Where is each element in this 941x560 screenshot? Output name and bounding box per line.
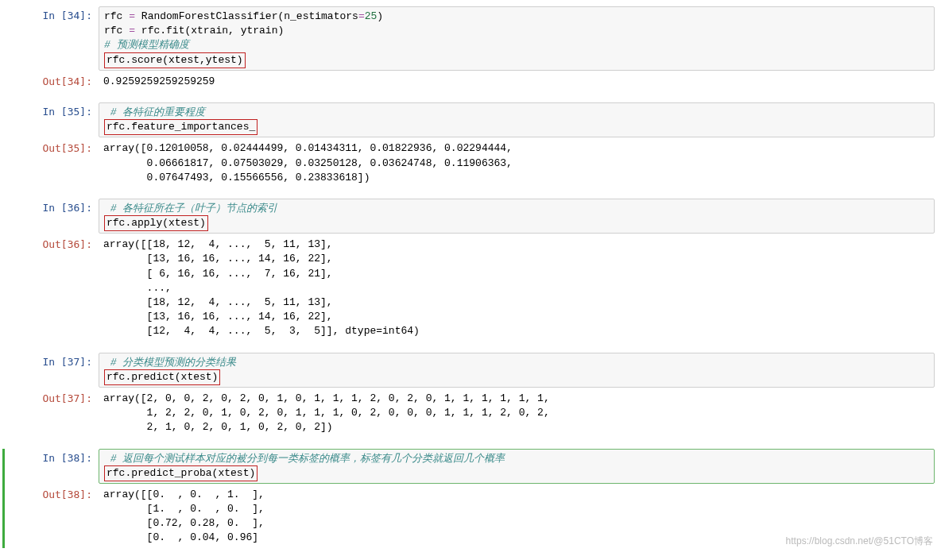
output-cell-38: Out[38]: array([[0. , 0. , 1. ], [1. , 0… <box>6 485 935 548</box>
code-text: rfc.score(xtest,ytest) <box>106 54 243 66</box>
input-cell-34[interactable]: In [34]: rfc = RandomForestClassifier(n_… <box>6 6 935 71</box>
code-text: rfc.feature_importances_ <box>106 121 255 133</box>
code-text: rfc <box>104 25 129 37</box>
highlight-box: rfc.apply(xtest) <box>104 215 208 231</box>
code-text: rfc.apply(xtest) <box>106 217 206 229</box>
code-text: ) <box>377 10 383 22</box>
in-prompt-36: In [36]: <box>6 199 99 215</box>
code-input-34[interactable]: rfc = RandomForestClassifier(n_estimator… <box>99 6 935 71</box>
output-text-36: array([[18, 12, 4, ..., 5, 11, 13], [13,… <box>99 235 935 341</box>
output-cell-36: Out[36]: array([[18, 12, 4, ..., 5, 11, … <box>6 235 935 341</box>
highlight-box: rfc.score(xtest,ytest) <box>104 52 246 68</box>
code-text: rfc <box>104 10 129 22</box>
in-prompt-35: In [35]: <box>6 102 99 119</box>
code-input-37[interactable]: # 分类模型预测的分类结果 rfc.predict(xtest) <box>99 353 935 388</box>
out-prompt-37: Out[37]: <box>6 389 99 406</box>
code-input-36[interactable]: # 各特征所在子（叶子）节点的索引 rfc.apply(xtest) <box>99 199 935 234</box>
number-literal: 25 <box>365 10 378 22</box>
code-comment: # 各特征的重要程度 <box>104 106 205 118</box>
code-text: rfc.fit(xtrain, ytrain) <box>135 25 284 37</box>
code-comment: # 分类模型预测的分类结果 <box>104 357 236 369</box>
operator: = <box>129 25 135 37</box>
output-text-37: array([2, 0, 0, 2, 0, 2, 0, 1, 0, 1, 1, … <box>99 389 935 438</box>
code-comment: # 预测模型精确度 <box>104 39 189 51</box>
code-text: rfc.predict_proba(xtest) <box>106 467 255 479</box>
output-cell-35: Out[35]: array([0.12010058, 0.02444499, … <box>6 139 935 187</box>
input-cell-35[interactable]: In [35]: # 各特征的重要程度 rfc.feature_importan… <box>6 102 935 137</box>
code-input-35[interactable]: # 各特征的重要程度 rfc.feature_importances_ <box>99 102 935 137</box>
in-prompt-34: In [34]: <box>6 6 99 23</box>
operator: = <box>129 10 135 22</box>
output-cell-34: Out[34]: 0.9259259259259259 <box>6 72 935 91</box>
input-cell-37[interactable]: In [37]: # 分类模型预测的分类结果 rfc.predict(xtest… <box>6 353 935 388</box>
code-comment: # 各特征所在子（叶子）节点的索引 <box>104 203 277 214</box>
in-prompt-37: In [37]: <box>6 353 99 369</box>
out-prompt-36: Out[36]: <box>6 235 99 252</box>
code-comment: # 返回每个测试样本对应的被分到每一类标签的概率，标签有几个分类就返回几个概率 <box>104 453 505 465</box>
code-input-38[interactable]: # 返回每个测试样本对应的被分到每一类标签的概率，标签有几个分类就返回几个概率 … <box>99 449 935 484</box>
code-text: RandomForestClassifier(n_estimators <box>135 10 358 22</box>
out-prompt-38: Out[38]: <box>6 485 99 502</box>
highlight-box: rfc.predict(xtest) <box>104 369 220 385</box>
operator: = <box>358 10 365 22</box>
highlight-box: rfc.feature_importances_ <box>104 119 258 135</box>
out-prompt-35: Out[35]: <box>6 139 99 156</box>
code-text: rfc.predict(xtest) <box>106 371 218 383</box>
input-cell-38[interactable]: In [38]: # 返回每个测试样本对应的被分到每一类标签的概率，标签有几个分… <box>6 449 935 484</box>
highlight-box: rfc.predict_proba(xtest) <box>104 465 258 481</box>
selected-cell-wrap: In [38]: # 返回每个测试样本对应的被分到每一类标签的概率，标签有几个分… <box>2 449 935 548</box>
output-text-38: array([[0. , 0. , 1. ], [1. , 0. , 0. ],… <box>99 485 935 548</box>
in-prompt-38: In [38]: <box>6 449 99 465</box>
out-prompt-34: Out[34]: <box>6 72 99 89</box>
output-text-35: array([0.12010058, 0.02444499, 0.0143431… <box>99 139 935 187</box>
output-text-34: 0.9259259259259259 <box>99 72 935 91</box>
output-cell-37: Out[37]: array([2, 0, 0, 2, 0, 2, 0, 1, … <box>6 389 935 438</box>
input-cell-36[interactable]: In [36]: # 各特征所在子（叶子）节点的索引 rfc.apply(xte… <box>6 199 935 234</box>
